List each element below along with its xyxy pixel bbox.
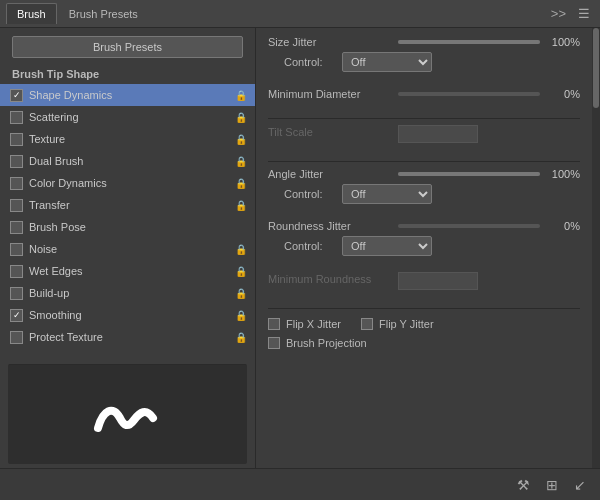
brush-item-protect-texture[interactable]: Protect Texture 🔒 <box>0 326 255 348</box>
brush-item-transfer[interactable]: Transfer 🔒 <box>0 194 255 216</box>
roundness-jitter-row: Roundness Jitter 0% <box>268 220 580 232</box>
checkbox-buildup[interactable] <box>10 287 23 300</box>
min-diameter-value: 0% <box>540 88 580 100</box>
roundness-jitter-value: 0% <box>540 220 580 232</box>
flip-x-label: Flip X Jitter <box>286 318 341 330</box>
size-jitter-section: Size Jitter 100% Control: Off <box>268 36 580 80</box>
brush-item-noise[interactable]: Noise 🔒 <box>0 238 255 260</box>
control-label-2: Control: <box>284 188 334 200</box>
min-roundness-label: Minimum Roundness <box>268 273 398 285</box>
checkbox-dual-brush[interactable] <box>10 155 23 168</box>
brush-item-buildup[interactable]: Build-up 🔒 <box>0 282 255 304</box>
brush-projection-label: Brush Projection <box>286 337 367 349</box>
brush-tip-shape-label: Brush Tip Shape <box>0 64 255 84</box>
lock-icon-dual-brush: 🔒 <box>235 156 247 167</box>
angle-jitter-slider[interactable] <box>398 172 540 176</box>
bottom-toolbar: ⚒ ⊞ ↙ <box>0 468 600 500</box>
roundness-control-row: Control: Off <box>284 236 580 256</box>
brush-presets-btn-wrap: Brush Presets <box>0 28 255 64</box>
checkbox-flip-y[interactable] <box>361 318 373 330</box>
checkbox-shape-dynamics[interactable] <box>10 89 23 102</box>
checkbox-smoothing[interactable] <box>10 309 23 322</box>
checkbox-noise[interactable] <box>10 243 23 256</box>
lock-icon-scattering: 🔒 <box>235 112 247 123</box>
angle-jitter-label: Angle Jitter <box>268 168 398 180</box>
brush-item-texture[interactable]: Texture 🔒 <box>0 128 255 150</box>
angle-jitter-control-row: Control: Off <box>284 184 580 204</box>
lock-icon-noise: 🔒 <box>235 244 247 255</box>
right-panel: Size Jitter 100% Control: Off <box>256 28 592 468</box>
roundness-jitter-control-select[interactable]: Off <box>342 236 432 256</box>
checkbox-flip-x[interactable] <box>268 318 280 330</box>
tilt-scale-section: Tilt Scale <box>268 125 580 147</box>
min-diameter-section: Minimum Diameter 0% <box>268 88 580 104</box>
size-jitter-control-row: Control: Off <box>284 52 580 72</box>
brush-projection-row: Brush Projection <box>268 337 580 349</box>
size-jitter-value: 100% <box>540 36 580 48</box>
checkbox-transfer[interactable] <box>10 199 23 212</box>
brush-presets-button[interactable]: Brush Presets <box>12 36 243 58</box>
tilt-scale-row: Tilt Scale <box>268 125 580 143</box>
roundness-jitter-label: Roundness Jitter <box>268 220 398 232</box>
control-label-1: Control: <box>284 56 334 68</box>
tilt-scale-input[interactable] <box>398 125 478 143</box>
tab-bar: Brush Brush Presets >> ☰ <box>0 0 600 28</box>
size-jitter-label: Size Jitter <box>268 36 398 48</box>
brush-item-smoothing[interactable]: Smoothing 🔒 <box>0 304 255 326</box>
right-scrollbar[interactable] <box>592 28 600 468</box>
brush-item-color-dynamics[interactable]: Color Dynamics 🔒 <box>0 172 255 194</box>
tilt-scale-label: Tilt Scale <box>268 126 398 138</box>
tool-icon-1[interactable]: ⚒ <box>513 475 534 495</box>
lock-icon-smoothing: 🔒 <box>235 310 247 321</box>
brush-item-scattering[interactable]: Scattering 🔒 <box>0 106 255 128</box>
lock-icon-transfer: 🔒 <box>235 200 247 211</box>
lock-icon-color-dynamics: 🔒 <box>235 178 247 189</box>
tab-controls: >> ☰ <box>547 4 594 23</box>
brush-list: Shape Dynamics 🔒 Scattering 🔒 Texture 🔒 … <box>0 84 255 360</box>
size-jitter-slider[interactable] <box>398 40 540 44</box>
main-content: Brush Presets Brush Tip Shape Shape Dyna… <box>0 28 600 468</box>
checkbox-color-dynamics[interactable] <box>10 177 23 190</box>
flip-y-row: Flip Y Jitter <box>361 318 434 330</box>
checkbox-brush-pose[interactable] <box>10 221 23 234</box>
min-diameter-label: Minimum Diameter <box>268 88 398 100</box>
divider-3 <box>268 308 580 309</box>
min-roundness-row: Minimum Roundness <box>268 272 580 290</box>
brush-item-shape-dynamics[interactable]: Shape Dynamics 🔒 <box>0 84 255 106</box>
control-label-3: Control: <box>284 240 334 252</box>
flip-x-row: Flip X Jitter <box>268 318 341 330</box>
divider-1 <box>268 118 580 119</box>
lock-icon-protect-texture: 🔒 <box>235 332 247 343</box>
angle-jitter-value: 100% <box>540 168 580 180</box>
brush-item-dual-brush[interactable]: Dual Brush 🔒 <box>0 150 255 172</box>
divider-2 <box>268 161 580 162</box>
tool-icon-3[interactable]: ↙ <box>570 475 590 495</box>
flip-section: Flip X Jitter Flip Y Jitter Brush Projec… <box>268 315 580 352</box>
min-diameter-slider[interactable] <box>398 92 540 96</box>
expand-icon[interactable]: >> <box>547 4 570 23</box>
min-diameter-row: Minimum Diameter 0% <box>268 88 580 100</box>
checkbox-brush-projection[interactable] <box>268 337 280 349</box>
lock-icon-buildup: 🔒 <box>235 288 247 299</box>
brush-item-brush-pose[interactable]: Brush Pose <box>0 216 255 238</box>
menu-icon[interactable]: ☰ <box>574 4 594 23</box>
tool-icon-2[interactable]: ⊞ <box>542 475 562 495</box>
min-roundness-section: Minimum Roundness <box>268 272 580 294</box>
lock-icon-texture: 🔒 <box>235 134 247 145</box>
lock-icon-wet-edges: 🔒 <box>235 266 247 277</box>
angle-jitter-control-select[interactable]: Off <box>342 184 432 204</box>
roundness-jitter-slider[interactable] <box>398 224 540 228</box>
checkbox-scattering[interactable] <box>10 111 23 124</box>
min-roundness-input[interactable] <box>398 272 478 290</box>
size-jitter-control-select[interactable]: Off <box>342 52 432 72</box>
checkbox-wet-edges[interactable] <box>10 265 23 278</box>
lock-icon-shape-dynamics: 🔒 <box>235 90 247 101</box>
flip-y-label: Flip Y Jitter <box>379 318 434 330</box>
checkbox-protect-texture[interactable] <box>10 331 23 344</box>
left-panel: Brush Presets Brush Tip Shape Shape Dyna… <box>0 28 256 468</box>
brush-item-wet-edges[interactable]: Wet Edges 🔒 <box>0 260 255 282</box>
tab-brush-presets[interactable]: Brush Presets <box>59 4 148 24</box>
tab-brush[interactable]: Brush <box>6 3 57 24</box>
scroll-thumb[interactable] <box>593 28 599 108</box>
checkbox-texture[interactable] <box>10 133 23 146</box>
